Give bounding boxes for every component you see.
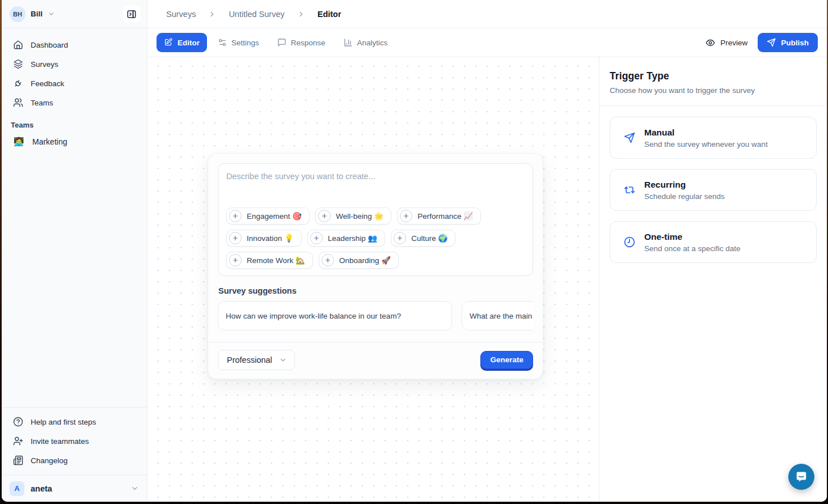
editor-toolbar: Editor Settings Response: [147, 28, 827, 57]
user-plus-icon: [13, 436, 23, 446]
option-description: Schedule regular sends: [644, 192, 725, 201]
plus-icon: [400, 210, 412, 222]
editor-tabs: Editor Settings Response: [157, 33, 395, 52]
sidebar-team-marketing[interactable]: 👩‍💻 Marketing: [9, 133, 140, 151]
topic-chip-culture[interactable]: Culture 🌍: [391, 230, 455, 247]
tab-label: Editor: [178, 39, 200, 47]
plus-icon: [229, 210, 242, 222]
trigger-option-manual[interactable]: Manual Send the survey whenever you want: [610, 117, 817, 159]
topic-chip-label: Engagement 🎯: [247, 211, 302, 221]
newspaper-icon: [13, 455, 23, 465]
plus-icon: [318, 210, 331, 222]
sidebar-item-surveys[interactable]: Surveys: [9, 56, 140, 73]
suggestion-card[interactable]: How can we improve work-life balance in …: [218, 301, 452, 331]
chat-launcher-button[interactable]: [788, 464, 814, 490]
desktop-background: BH Bill Dashboard: [0, 0, 828, 504]
generate-button[interactable]: Generate: [480, 351, 533, 369]
topic-chip-label: Performance 📈: [417, 211, 473, 221]
trigger-options: Manual Send the survey whenever you want…: [599, 106, 827, 274]
tab-editor[interactable]: Editor: [157, 33, 207, 52]
tab-settings[interactable]: Settings: [210, 33, 267, 52]
tab-response[interactable]: Response: [270, 33, 333, 52]
topic-chip-onboarding[interactable]: Onboarding 🚀: [319, 252, 399, 269]
publish-label: Publish: [781, 39, 809, 47]
topic-chip-innovation[interactable]: Innovation 💡: [226, 230, 302, 247]
user-avatar: A: [10, 481, 24, 496]
topic-chip-remote-work[interactable]: Remote Work 🏡: [226, 252, 313, 269]
topic-chip-label: Leadership 👥: [328, 234, 377, 243]
chat-bubble-icon: [795, 470, 808, 484]
sidebar-item-changelog[interactable]: Changelog: [9, 452, 140, 469]
breadcrumb: Surveys Untitled Survey Editor: [147, 0, 827, 28]
help-circle-icon: [13, 417, 23, 427]
topic-chip-label: Culture 🌍: [411, 234, 447, 243]
editor-canvas[interactable]: Describe the survey you want to create..…: [147, 57, 599, 502]
plus-icon: [229, 232, 242, 244]
chevron-right-icon: [208, 10, 216, 18]
panel-subtitle: Choose how you want to trigger the surve…: [610, 86, 817, 95]
sidebar-item-label: Feedback: [31, 79, 64, 88]
main-area: Surveys Untitled Survey Editor Editor: [147, 0, 827, 502]
clock-icon: [624, 236, 635, 248]
topic-chip-label: Remote Work 🏡: [247, 256, 305, 265]
sidebar-toggle-button[interactable]: [123, 6, 140, 23]
panel-toggle-icon: [126, 9, 137, 19]
pencil-square-icon: [164, 38, 173, 47]
team-label: Marketing: [32, 137, 67, 146]
sidebar-item-label: Teams: [31, 99, 53, 107]
suggestion-card[interactable]: What are the main obstacles in our workf…: [462, 301, 533, 331]
composer-footer: Professional Generate: [208, 342, 543, 379]
sidebar-item-dashboard[interactable]: Dashboard: [9, 36, 140, 53]
plus-icon: [229, 254, 242, 266]
sidebar-item-invite[interactable]: Invite teammates: [9, 433, 140, 450]
option-title: Recurring: [644, 180, 725, 190]
suggestions-row: How can we improve work-life balance in …: [218, 301, 533, 331]
tab-analytics[interactable]: Analytics: [336, 33, 395, 52]
trigger-type-panel: Trigger Type Choose how you want to trig…: [599, 57, 827, 502]
home-icon: [13, 40, 23, 50]
users-icon: [13, 98, 23, 108]
option-title: One-time: [644, 232, 741, 242]
breadcrumb-untitled-survey[interactable]: Untitled Survey: [229, 10, 284, 19]
sidebar-item-teams[interactable]: Teams: [9, 94, 140, 111]
trigger-panel-header: Trigger Type Choose how you want to trig…: [599, 57, 827, 106]
topic-chip-label: Innovation 💡: [247, 234, 294, 243]
sidebar-item-help[interactable]: Help and first steps: [9, 413, 140, 430]
tone-select[interactable]: Professional: [218, 350, 295, 370]
topic-chip-well-being[interactable]: Well-being 🌟: [315, 207, 391, 225]
team-emoji: 👩‍💻: [13, 137, 24, 147]
workspace-switcher[interactable]: BH Bill: [2, 0, 147, 28]
survey-composer-card: Describe the survey you want to create..…: [208, 153, 543, 379]
sidebar-item-label: Changelog: [31, 456, 67, 465]
trigger-option-recurring[interactable]: Recurring Schedule regular sends: [610, 169, 817, 211]
prompt-placeholder: Describe the survey you want to create..…: [226, 172, 525, 181]
tab-label: Analytics: [357, 39, 388, 47]
tab-label: Settings: [231, 39, 259, 47]
sidebar-nav: Dashboard Surveys Feedback Teams: [2, 28, 147, 113]
sidebar-item-feedback[interactable]: Feedback: [9, 75, 140, 92]
topic-chip-performance[interactable]: Performance 📈: [397, 207, 481, 225]
send-icon: [624, 132, 635, 143]
sidebar-item-label: Help and first steps: [31, 418, 96, 426]
topic-chip-leadership[interactable]: Leadership 👥: [307, 230, 385, 247]
topic-chip-engagement[interactable]: Engagement 🎯: [226, 207, 310, 225]
plus-icon: [394, 232, 406, 244]
teams-section-header: Teams: [2, 113, 147, 133]
workspace-name: Bill: [31, 10, 43, 18]
option-description: Send once at a specific date: [644, 244, 741, 253]
publish-button[interactable]: Publish: [758, 33, 818, 52]
trigger-option-one-time[interactable]: One-time Send once at a specific date: [610, 221, 817, 263]
sidebar-item-label: Invite teammates: [31, 437, 89, 446]
chevron-down-icon: [48, 10, 55, 18]
layers-icon: [13, 59, 23, 69]
survey-prompt-input[interactable]: Describe the survey you want to create..…: [218, 163, 533, 276]
topic-chips: Engagement 🎯 Well-being 🌟 Performance 📈: [226, 207, 525, 269]
breadcrumb-surveys[interactable]: Surveys: [166, 10, 196, 19]
bar-chart-icon: [344, 38, 353, 47]
plus-icon: [322, 254, 334, 266]
preview-button[interactable]: Preview: [706, 38, 747, 48]
user-menu[interactable]: A aneta: [2, 475, 147, 502]
workspace-avatar: BH: [10, 6, 26, 22]
option-description: Send the survey whenever you want: [644, 140, 768, 149]
sidebar: BH Bill Dashboard: [2, 0, 147, 502]
